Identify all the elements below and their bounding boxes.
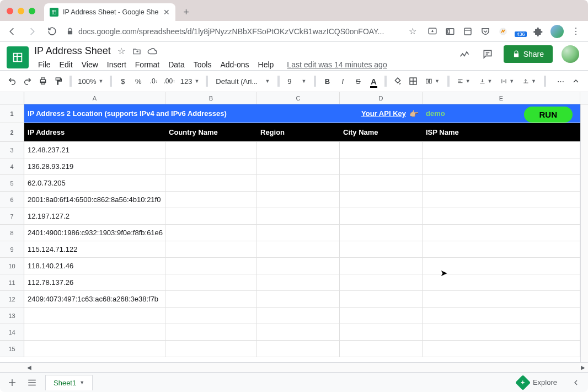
scroll-left-icon[interactable]: ◀ bbox=[24, 364, 34, 370]
menu-file[interactable]: File bbox=[34, 59, 55, 70]
cell[interactable]: 112.78.137.26 bbox=[24, 274, 165, 290]
all-sheets-button[interactable] bbox=[25, 376, 39, 389]
cell[interactable] bbox=[165, 291, 257, 307]
cell[interactable] bbox=[423, 241, 580, 257]
cell[interactable] bbox=[257, 241, 340, 257]
strikethrough-button[interactable]: S bbox=[351, 74, 365, 88]
cell[interactable] bbox=[24, 308, 165, 324]
menu-view[interactable]: View bbox=[78, 59, 102, 70]
cell[interactable]: Country Name bbox=[165, 123, 257, 141]
bold-button[interactable]: B bbox=[320, 74, 334, 88]
activity-chart-icon[interactable] bbox=[457, 47, 472, 61]
menu-format[interactable]: Format bbox=[131, 59, 163, 70]
row-number[interactable]: 11 bbox=[0, 274, 24, 290]
cell[interactable] bbox=[423, 324, 580, 340]
cell[interactable] bbox=[165, 324, 257, 340]
move-folder-icon[interactable] bbox=[132, 46, 142, 56]
cell[interactable] bbox=[257, 158, 340, 174]
sheets-logo-icon[interactable] bbox=[7, 46, 29, 68]
browser-tab[interactable]: IP Address Sheet - Google She ✕ bbox=[44, 3, 175, 21]
text-color-button[interactable]: A bbox=[367, 74, 380, 88]
vertical-align-button[interactable]: ▼ bbox=[476, 74, 496, 88]
cell[interactable] bbox=[423, 175, 580, 191]
italic-button[interactable]: I bbox=[336, 74, 349, 88]
cell[interactable]: 62.0.73.205 bbox=[24, 175, 165, 191]
star-icon[interactable]: ☆ bbox=[116, 46, 126, 56]
col-header-c[interactable]: C bbox=[257, 92, 340, 104]
menu-edit[interactable]: Edit bbox=[56, 59, 77, 70]
new-tab-button[interactable]: + bbox=[179, 4, 194, 20]
cell[interactable] bbox=[423, 142, 580, 158]
number-format-select[interactable]: 123▼ bbox=[178, 74, 202, 88]
cell[interactable] bbox=[257, 208, 340, 224]
fill-color-button[interactable] bbox=[391, 74, 404, 88]
col-header-d[interactable]: D bbox=[340, 92, 423, 104]
row-number[interactable]: 1 bbox=[0, 104, 24, 123]
cell[interactable] bbox=[423, 158, 580, 174]
currency-button[interactable]: $ bbox=[116, 74, 130, 88]
url-field[interactable]: docs.google.com/spreadsheets/d/1ly8jPNyz… bbox=[64, 27, 400, 36]
cell[interactable]: 12.48.237.21 bbox=[24, 142, 165, 158]
nav-forward-button[interactable] bbox=[24, 24, 40, 39]
cell[interactable] bbox=[257, 291, 340, 307]
last-edit-link[interactable]: Last edit was 14 minutes ago bbox=[283, 59, 391, 70]
cell[interactable] bbox=[340, 142, 423, 158]
row-number[interactable]: 9 bbox=[0, 241, 24, 257]
cell[interactable] bbox=[423, 258, 580, 274]
cell[interactable] bbox=[257, 341, 340, 357]
cell[interactable] bbox=[340, 175, 423, 191]
cell[interactable] bbox=[257, 225, 340, 241]
cell[interactable] bbox=[423, 291, 580, 307]
cell[interactable] bbox=[340, 291, 423, 307]
nav-reload-button[interactable] bbox=[44, 24, 60, 39]
cell[interactable] bbox=[340, 225, 423, 241]
undo-button[interactable] bbox=[6, 74, 19, 88]
cell[interactable] bbox=[257, 175, 340, 191]
cell[interactable] bbox=[423, 308, 580, 324]
install-app-icon[interactable] bbox=[427, 26, 438, 37]
extension-icon-2[interactable] bbox=[498, 26, 509, 37]
close-window-button[interactable] bbox=[7, 8, 13, 14]
cell[interactable] bbox=[340, 258, 423, 274]
share-button[interactable]: Share bbox=[504, 45, 553, 63]
cell[interactable]: 12.197.127.2 bbox=[24, 208, 165, 224]
cell[interactable] bbox=[423, 208, 580, 224]
tab-close-icon[interactable]: ✕ bbox=[163, 8, 170, 17]
cell[interactable] bbox=[423, 274, 580, 290]
cell[interactable] bbox=[165, 258, 257, 274]
row-number[interactable]: 8 bbox=[0, 225, 24, 241]
scroll-right-icon[interactable]: ▶ bbox=[578, 364, 588, 370]
cell[interactable]: 136.28.93.219 bbox=[24, 158, 165, 174]
font-select[interactable]: Default (Ari...▼ bbox=[212, 74, 273, 88]
side-panel-toggle-icon[interactable] bbox=[569, 376, 582, 389]
cell[interactable] bbox=[423, 192, 580, 208]
col-header-b[interactable]: B bbox=[165, 92, 257, 104]
cell[interactable] bbox=[340, 324, 423, 340]
add-sheet-button[interactable] bbox=[6, 376, 19, 389]
cell[interactable] bbox=[165, 308, 257, 324]
cell[interactable] bbox=[165, 208, 257, 224]
menu-tools[interactable]: Tools bbox=[190, 59, 216, 70]
cell[interactable] bbox=[340, 158, 423, 174]
horizontal-align-button[interactable]: ▼ bbox=[454, 74, 474, 88]
cell[interactable] bbox=[340, 274, 423, 290]
cell[interactable] bbox=[165, 192, 257, 208]
row-number[interactable]: 15 bbox=[0, 341, 24, 357]
cell[interactable]: Your API Key 👉🏼 bbox=[340, 104, 423, 123]
cell[interactable]: IP Address bbox=[24, 123, 165, 141]
row-number[interactable]: 13 bbox=[0, 308, 24, 324]
cell[interactable] bbox=[340, 308, 423, 324]
collapse-toolbar-button[interactable] bbox=[569, 74, 582, 88]
cell[interactable] bbox=[257, 324, 340, 340]
row-number[interactable]: 7 bbox=[0, 208, 24, 224]
cell[interactable]: ISP Name bbox=[423, 123, 580, 141]
cell[interactable] bbox=[257, 274, 340, 290]
cell[interactable] bbox=[257, 308, 340, 324]
cell[interactable] bbox=[165, 274, 257, 290]
menu-help[interactable]: Help bbox=[254, 59, 278, 70]
row-number[interactable]: 6 bbox=[0, 192, 24, 208]
menu-data[interactable]: Data bbox=[164, 59, 189, 70]
cell[interactable]: 2409:4073:497:1c63:ac68:a268:3e38:f7b bbox=[24, 291, 165, 307]
cell[interactable] bbox=[165, 142, 257, 158]
vertical-scrollbar[interactable] bbox=[580, 104, 588, 362]
